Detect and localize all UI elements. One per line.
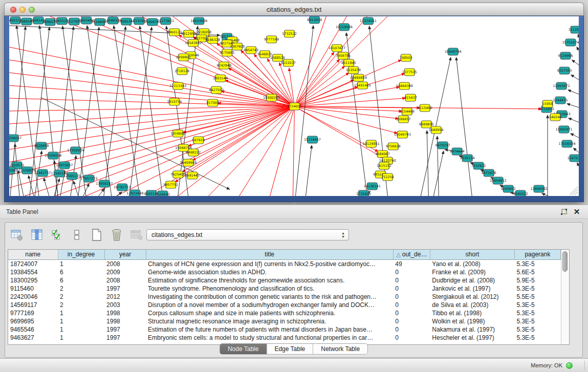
graph-edge[interactable] [567, 104, 579, 107]
graph-node[interactable]: 9474444 [450, 148, 465, 155]
close-panel-icon[interactable]: ✕ [573, 207, 581, 216]
graph-edge[interactable] [294, 16, 367, 106]
graph-node[interactable]: 12923448 [126, 190, 143, 196]
graph-edge[interactable] [9, 106, 294, 137]
graph-node[interactable]: 15049743 [394, 131, 411, 138]
graph-node[interactable]: 15134457 [304, 136, 321, 143]
graph-node[interactable]: 9399801 [176, 54, 191, 61]
graph-node[interactable]: 7904756 [336, 52, 351, 59]
graph-edge[interactable] [568, 90, 579, 94]
graph-edge[interactable] [577, 47, 579, 51]
graph-node[interactable]: 16782753 [114, 184, 130, 191]
graph-node[interactable]: 12942757 [34, 169, 51, 177]
graph-node[interactable]: 3684067 [375, 150, 390, 158]
graph-node[interactable]: 1916682 [170, 130, 185, 137]
graph-node[interactable]: 587833 [192, 137, 205, 144]
graph-edge[interactable] [44, 178, 49, 196]
graph-edge[interactable] [571, 75, 579, 80]
graph-edge[interactable] [99, 189, 104, 196]
graph-node[interactable]: 140246 [549, 114, 562, 121]
graph-node[interactable]: 1615152 [377, 162, 391, 169]
graph-node[interactable]: 1096957 [396, 116, 411, 123]
table-row[interactable]: 2242004622012Investigating the contribut… [8, 293, 561, 301]
graph-node[interactable]: 12404582 [531, 185, 548, 192]
graph-node[interactable]: 8186328 [205, 36, 220, 43]
graph-node[interactable]: 1810754 [167, 98, 182, 105]
graph-node[interactable]: 19218986 [336, 24, 353, 31]
canvas-resize-grip[interactable] [570, 187, 578, 195]
graph-node[interactable]: 752254 [381, 173, 394, 181]
graph-node[interactable]: 8454743 [244, 47, 258, 54]
select-all-checks-icon[interactable] [50, 228, 63, 242]
graph-node[interactable]: 8813054 [307, 16, 322, 24]
network-canvas-svg[interactable]: 2405572420891412069140698865721065528715… [9, 16, 579, 196]
graph-edge[interactable] [577, 163, 579, 166]
graph-edge[interactable] [306, 145, 312, 196]
graph-edge[interactable] [209, 106, 295, 196]
graph-edge[interactable] [78, 27, 99, 196]
graph-edge[interactable] [166, 26, 188, 196]
graph-edge[interactable] [140, 26, 163, 196]
graph-edge[interactable] [427, 130, 428, 196]
graph-edge[interactable] [9, 106, 294, 111]
column-header-title[interactable]: title [146, 250, 393, 259]
graph-node[interactable]: 10464398 [396, 82, 413, 90]
graph-node[interactable]: 1035478 [346, 67, 361, 74]
graph-node[interactable]: 9242848 [216, 62, 231, 69]
table-row[interactable]: 969969511998Structural magnetic resonanc… [8, 317, 561, 325]
graph-node[interactable]: 1733426 [356, 190, 371, 196]
graph-node[interactable]: 8011845 [341, 59, 356, 67]
graph-node[interactable]: 9756928 [386, 143, 401, 150]
graph-node[interactable]: 9457791 [163, 181, 178, 188]
table-row[interactable]: 1938455462009Genome-wide association stu… [8, 268, 561, 276]
column-header-pagerank[interactable]: pagerank [514, 250, 560, 259]
graph-node[interactable]: 12093872 [553, 82, 570, 90]
table-row[interactable]: 1872400712008Changes of HCN gene express… [8, 259, 561, 268]
tab-node-table[interactable]: Node Table [220, 344, 267, 354]
graph-node[interactable]: 8222037 [281, 59, 296, 67]
graph-edge[interactable] [456, 57, 472, 196]
graph-edge[interactable] [571, 134, 579, 138]
new-column-icon[interactable] [90, 228, 103, 242]
column-header-out_de[interactable]: △out_de… [393, 250, 430, 259]
graph-node[interactable]: 9345012 [513, 190, 528, 196]
graph-node[interactable]: 9777169 [264, 36, 279, 43]
graph-edge[interactable] [294, 16, 326, 106]
column-header-name[interactable]: name [8, 250, 58, 259]
graph-node[interactable]: 2803144 [213, 75, 228, 82]
graph-node[interactable]: 10107427 [329, 45, 345, 52]
graph-node[interactable]: 15992971 [556, 126, 573, 133]
network-canvas[interactable]: 2405572420891412069140698865721065528715… [9, 16, 579, 196]
graph-edge[interactable] [193, 106, 295, 160]
graph-node[interactable]: 1244415 [553, 97, 568, 104]
graph-edge[interactable] [104, 27, 126, 196]
graph-edge[interactable] [294, 106, 383, 158]
graph-node[interactable]: 7524542 [155, 191, 170, 196]
graph-node[interactable]: 1691441 [185, 172, 200, 179]
graph-edge[interactable] [228, 68, 294, 106]
graph-node[interactable]: 2367608 [230, 43, 245, 50]
graph-edge[interactable] [572, 60, 579, 65]
graph-node[interactable]: 1640954 [429, 126, 444, 134]
graph-node[interactable]: 6679197 [435, 142, 450, 149]
graph-node[interactable]: 1377515 [402, 69, 417, 76]
graph-node[interactable]: 8471676 [482, 169, 496, 177]
graph-edge[interactable] [294, 106, 398, 119]
graph-node[interactable]: 2718126 [175, 68, 189, 75]
graph-node[interactable]: 9245652 [501, 185, 516, 192]
graph-node[interactable]: 16648794 [445, 48, 462, 55]
graph-edge[interactable] [9, 73, 294, 106]
graph-node[interactable]: 2935114 [460, 155, 475, 162]
graph-node[interactable]: 915437 [404, 94, 417, 101]
graph-node[interactable]: 7625402 [170, 171, 185, 178]
table-row[interactable]: 946362711997Embryonic stem cells: a mode… [8, 334, 561, 342]
column-visibility-icon[interactable] [30, 228, 43, 242]
tab-network-table[interactable]: Network Table [313, 344, 367, 354]
graph-node[interactable]: 8960123 [167, 29, 182, 36]
graph-node[interactable]: 9115460 [418, 104, 432, 112]
graph-edge[interactable] [28, 176, 33, 196]
table-row[interactable]: 1456911722003Disruption of a novel membe… [8, 301, 561, 309]
float-panel-icon[interactable] [560, 208, 568, 216]
graph-node[interactable]: 15324561 [360, 17, 377, 25]
graph-node[interactable]: 10124851 [363, 140, 380, 147]
